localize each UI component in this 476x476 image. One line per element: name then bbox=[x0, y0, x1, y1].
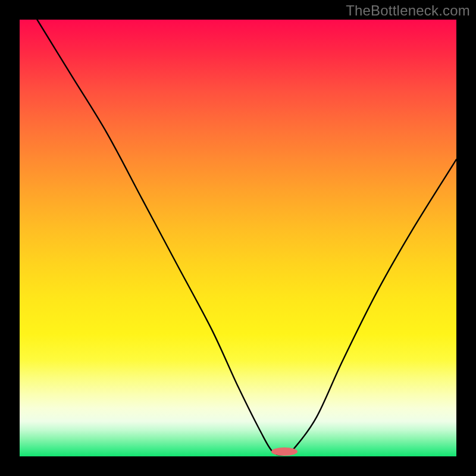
plot-area bbox=[20, 20, 456, 456]
plot-svg bbox=[20, 20, 456, 456]
watermark-text: TheBottleneck.com bbox=[346, 2, 470, 19]
optimal-marker bbox=[271, 447, 298, 456]
chart-frame: TheBottleneck.com bbox=[0, 0, 476, 476]
bottleneck-curve bbox=[37, 20, 456, 455]
